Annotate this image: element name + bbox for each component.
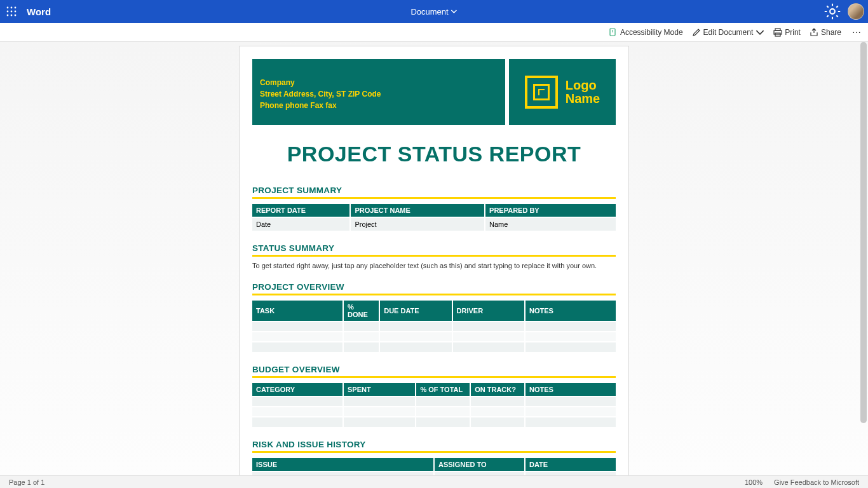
svg-point-0	[7, 7, 9, 9]
svg-point-3	[7, 11, 9, 13]
pencil-icon	[692, 28, 701, 37]
gear-icon	[824, 3, 841, 20]
svg-point-1	[11, 7, 13, 9]
share-label: Share	[821, 28, 841, 37]
print-button[interactable]: Print	[773, 28, 801, 37]
document-title-text: Document	[410, 7, 448, 17]
svg-point-8	[15, 15, 17, 17]
app-launcher-icon[interactable]	[0, 0, 23, 23]
svg-point-5	[15, 11, 17, 13]
accessibility-mode-button[interactable]: Accessibility Mode	[609, 28, 683, 37]
svg-point-4	[11, 11, 13, 13]
more-options-button[interactable]: ⋯	[850, 27, 863, 37]
svg-point-6	[7, 15, 9, 17]
print-label: Print	[785, 28, 801, 37]
chevron-down-icon	[756, 28, 764, 37]
app-name[interactable]: Word	[27, 6, 51, 17]
svg-point-9	[830, 9, 835, 14]
accessibility-label: Accessibility Mode	[620, 28, 683, 37]
edit-label: Edit Document	[703, 28, 754, 37]
share-button[interactable]: Share	[810, 28, 841, 37]
chevron-down-icon	[451, 8, 458, 15]
user-avatar[interactable]	[848, 3, 864, 20]
title-bar: Word Document	[0, 0, 868, 23]
svg-point-7	[11, 15, 13, 17]
accessibility-icon	[609, 28, 618, 37]
print-icon	[773, 28, 782, 37]
edit-document-button[interactable]: Edit Document	[692, 28, 765, 37]
document-title-dropdown[interactable]: Document	[410, 7, 457, 17]
share-icon	[810, 28, 818, 37]
svg-point-2	[15, 7, 17, 9]
command-bar: Accessibility Mode Edit Document Print S…	[0, 23, 868, 42]
settings-button[interactable]	[824, 3, 841, 20]
